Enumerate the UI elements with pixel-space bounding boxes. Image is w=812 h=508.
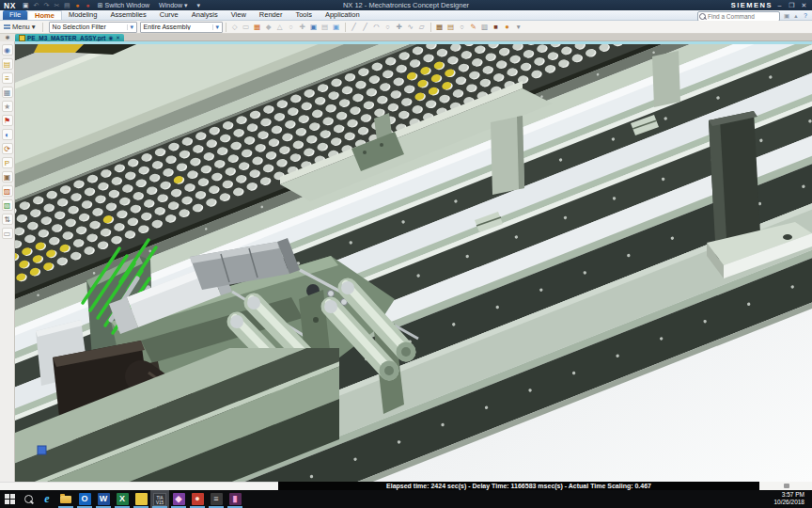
command-finder-icon[interactable]: ▣ — [782, 11, 791, 20]
minimize-ribbon-icon[interactable]: ▴ — [791, 11, 801, 20]
media-red-icon-glyph: ● — [192, 493, 204, 505]
switch-window-button[interactable]: ⊞ Switch Window — [93, 2, 154, 9]
redo-icon[interactable]: ↷ — [41, 2, 52, 9]
media-red-icon[interactable]: ● — [188, 490, 207, 508]
preview-icon[interactable]: ▭ — [2, 228, 13, 239]
save-icon[interactable]: ▣ — [21, 2, 31, 9]
joint-icon[interactable]: ○ — [457, 22, 467, 32]
tab-application[interactable]: Application — [319, 10, 367, 20]
constraint-navigator-icon[interactable]: ≡ — [2, 72, 13, 84]
rigid-body-icon[interactable]: ▦ — [434, 22, 445, 32]
selection-handle[interactable] — [38, 446, 46, 454]
hd3d-tools-icon[interactable]: ⚑ — [2, 115, 13, 126]
pin-icon[interactable]: ◉ — [108, 35, 113, 40]
chart-icon[interactable]: ▥ — [479, 22, 490, 32]
part-tab-label: PE_M3_MASTER_ASSY.prt — [27, 35, 105, 41]
find-command-input[interactable] — [706, 13, 775, 20]
assembly-navigator-icon[interactable]: ▤ — [2, 58, 13, 70]
help-icon[interactable]: ? — [801, 11, 810, 20]
close-button[interactable]: ✕ — [798, 0, 810, 10]
signal-icon[interactable]: ✎ — [468, 22, 478, 32]
edge-snap-icon[interactable]: ▤ — [320, 22, 330, 32]
tab-modeling[interactable]: Modeling — [62, 10, 103, 20]
tia-vis-icon[interactable]: TIAV15 — [150, 490, 169, 508]
tia-tile-icon: TIAV15 — [153, 493, 166, 506]
process-studio-icon[interactable]: P — [2, 157, 13, 168]
windows-taskbar: eOWXTIAV15◆●≡▮ 3:57 PM 10/26/2018 — [0, 490, 812, 508]
part-tab-bar: ✱ PE_M3_MASTER_ASSY.prt ◉ ✕ — [0, 34, 812, 41]
solid-icon[interactable]: ▣ — [331, 22, 341, 32]
qat-overflow-button[interactable]: ▾ — [192, 2, 205, 9]
history-icon[interactable]: ⟳ — [2, 143, 13, 154]
gear-icon[interactable]: ✱ — [0, 34, 15, 41]
system-scenes-icon[interactable]: ▧ — [2, 199, 13, 211]
minimize-button[interactable]: – — [773, 0, 786, 10]
export-icon[interactable]: ▾ — [513, 22, 523, 32]
cam-icon[interactable]: ■ — [491, 22, 501, 32]
search-button[interactable] — [19, 490, 38, 508]
physics-navigator-icon[interactable]: ◉ — [2, 44, 13, 56]
close-icon[interactable]: ✕ — [116, 35, 120, 40]
face-icon[interactable]: ▣ — [308, 22, 319, 32]
tab-view[interactable]: View — [225, 10, 253, 20]
endpoint-icon[interactable]: ◆ — [263, 22, 273, 32]
arc-icon[interactable]: ◠ — [371, 22, 382, 32]
sticky-notes-icon[interactable] — [132, 490, 150, 508]
window-menu-button[interactable]: Window ▾ — [154, 2, 192, 9]
tab-assemblies[interactable]: Assemblies — [103, 10, 152, 20]
menu-grid-icon — [4, 24, 10, 30]
tab-file[interactable]: File — [3, 10, 27, 20]
polyline-icon[interactable]: ╱ — [360, 22, 370, 32]
roles-icon[interactable]: ▨ — [2, 185, 13, 197]
copy-icon[interactable]: ▤ — [62, 2, 72, 9]
point-icon[interactable]: ✚ — [394, 22, 404, 32]
snap-point-icon[interactable]: ◇ — [229, 22, 240, 32]
tab-render[interactable]: Render — [253, 10, 289, 20]
taskbar-clock[interactable]: 3:57 PM 10/26/2018 — [773, 490, 812, 508]
spline-icon[interactable]: ∿ — [405, 22, 415, 32]
plane-icon[interactable]: ▱ — [416, 22, 427, 32]
film-app-icon[interactable]: ≡ — [207, 490, 226, 508]
dependencies-icon[interactable]: ⇅ — [2, 214, 13, 225]
web-browser-icon[interactable]: ◐ — [2, 129, 13, 140]
edge-icon[interactable]: e — [38, 490, 56, 508]
part-tab-active[interactable]: PE_M3_MASTER_ASSY.prt ◉ ✕ — [15, 34, 124, 41]
clock-time: 3:57 PM — [773, 491, 804, 499]
monitor-app-icon[interactable]: ▮ — [226, 490, 244, 508]
viewport-3d-scene[interactable] — [15, 41, 812, 482]
design-app-icon[interactable]: ◆ — [169, 490, 188, 508]
word-icon[interactable]: W — [94, 490, 113, 508]
tab-curve[interactable]: Curve — [153, 10, 185, 20]
snap-grid-icon[interactable]: ▦ — [252, 22, 262, 32]
selection-filter-combo[interactable]: No Selection Filter ▼ — [49, 22, 137, 33]
outlook-icon[interactable]: O — [75, 490, 94, 508]
tab-analysis[interactable]: Analysis — [185, 10, 225, 20]
midpoint-icon[interactable]: △ — [274, 22, 285, 32]
file-explorer-icon[interactable] — [56, 490, 75, 508]
intersect-icon[interactable]: ✚ — [297, 22, 307, 32]
cut-icon[interactable]: ✂ — [52, 2, 62, 9]
reuse-library-icon[interactable]: ★ — [2, 101, 13, 112]
excel-icon[interactable]: X — [113, 490, 132, 508]
manufacturing-wizards-icon[interactable]: ▣ — [2, 171, 13, 183]
circle-icon[interactable]: ○ — [383, 22, 393, 32]
menu-button[interactable]: Menu ▾ — [0, 23, 39, 31]
start-button[interactable] — [0, 490, 19, 508]
tab-home[interactable]: Home — [27, 10, 62, 20]
graphics-window[interactable] — [15, 41, 812, 482]
restore-button[interactable]: ❐ — [786, 0, 798, 10]
center-icon[interactable]: ○ — [286, 22, 296, 32]
collision-body-icon[interactable]: ▤ — [445, 22, 456, 32]
simulation-status-bar: Elapsed time: 2424 sec(s) - Delay Time: … — [0, 482, 812, 490]
select-icon[interactable]: ▭ — [241, 22, 251, 32]
part-navigator-icon[interactable]: ▦ — [2, 87, 13, 98]
touch-dot-icon[interactable]: ● — [72, 2, 83, 9]
film-app-icon-glyph: ≡ — [211, 493, 223, 505]
repeat-dot-icon[interactable]: ● — [83, 2, 93, 9]
line-icon[interactable]: ╱ — [349, 22, 359, 32]
tab-tools[interactable]: Tools — [289, 10, 319, 20]
ribbon-mini-icons: ▣▴? — [782, 11, 810, 20]
speed-icon[interactable]: ● — [502, 22, 512, 32]
undo-icon[interactable]: ↶ — [31, 2, 41, 9]
selection-scope-combo[interactable]: Entire Assembly ▼ — [140, 22, 223, 33]
